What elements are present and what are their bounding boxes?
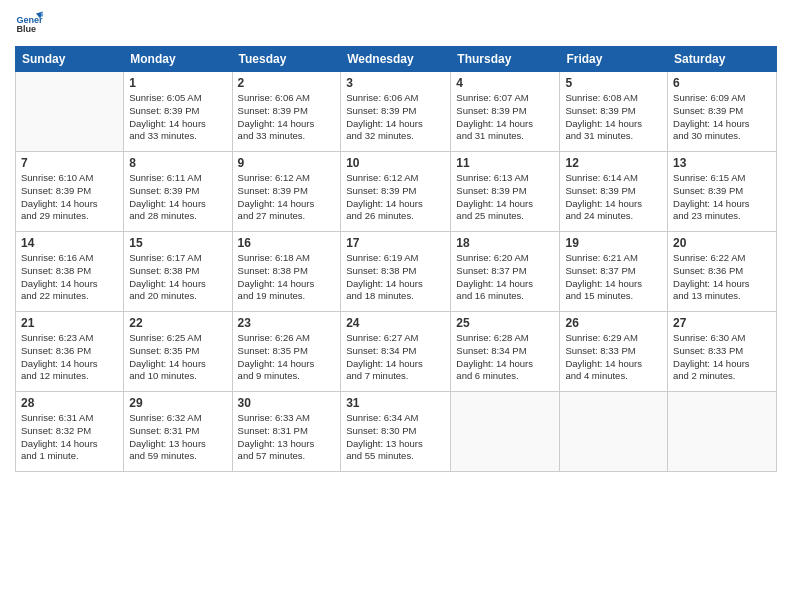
day-info: Sunrise: 6:16 AM Sunset: 8:38 PM Dayligh… xyxy=(21,252,118,303)
day-number: 26 xyxy=(565,316,662,330)
day-info: Sunrise: 6:19 AM Sunset: 8:38 PM Dayligh… xyxy=(346,252,445,303)
table-row: 25Sunrise: 6:28 AM Sunset: 8:34 PM Dayli… xyxy=(451,312,560,392)
table-row: 18Sunrise: 6:20 AM Sunset: 8:37 PM Dayli… xyxy=(451,232,560,312)
day-info: Sunrise: 6:15 AM Sunset: 8:39 PM Dayligh… xyxy=(673,172,771,223)
table-row xyxy=(451,392,560,472)
table-row xyxy=(668,392,777,472)
week-row-1: 1Sunrise: 6:05 AM Sunset: 8:39 PM Daylig… xyxy=(16,72,777,152)
day-number: 23 xyxy=(238,316,336,330)
day-info: Sunrise: 6:27 AM Sunset: 8:34 PM Dayligh… xyxy=(346,332,445,383)
day-number: 28 xyxy=(21,396,118,410)
day-number: 4 xyxy=(456,76,554,90)
calendar: SundayMondayTuesdayWednesdayThursdayFrid… xyxy=(15,46,777,472)
day-info: Sunrise: 6:23 AM Sunset: 8:36 PM Dayligh… xyxy=(21,332,118,383)
day-info: Sunrise: 6:08 AM Sunset: 8:39 PM Dayligh… xyxy=(565,92,662,143)
table-row: 29Sunrise: 6:32 AM Sunset: 8:31 PM Dayli… xyxy=(124,392,232,472)
table-row: 10Sunrise: 6:12 AM Sunset: 8:39 PM Dayli… xyxy=(341,152,451,232)
table-row: 16Sunrise: 6:18 AM Sunset: 8:38 PM Dayli… xyxy=(232,232,341,312)
day-info: Sunrise: 6:07 AM Sunset: 8:39 PM Dayligh… xyxy=(456,92,554,143)
day-number: 15 xyxy=(129,236,226,250)
table-row: 15Sunrise: 6:17 AM Sunset: 8:38 PM Dayli… xyxy=(124,232,232,312)
table-row: 28Sunrise: 6:31 AM Sunset: 8:32 PM Dayli… xyxy=(16,392,124,472)
day-info: Sunrise: 6:29 AM Sunset: 8:33 PM Dayligh… xyxy=(565,332,662,383)
day-number: 27 xyxy=(673,316,771,330)
day-info: Sunrise: 6:28 AM Sunset: 8:34 PM Dayligh… xyxy=(456,332,554,383)
header-wednesday: Wednesday xyxy=(341,47,451,72)
day-info: Sunrise: 6:12 AM Sunset: 8:39 PM Dayligh… xyxy=(346,172,445,223)
day-info: Sunrise: 6:25 AM Sunset: 8:35 PM Dayligh… xyxy=(129,332,226,383)
header-thursday: Thursday xyxy=(451,47,560,72)
svg-text:Blue: Blue xyxy=(16,24,36,34)
day-number: 10 xyxy=(346,156,445,170)
day-number: 22 xyxy=(129,316,226,330)
table-row: 19Sunrise: 6:21 AM Sunset: 8:37 PM Dayli… xyxy=(560,232,668,312)
day-number: 13 xyxy=(673,156,771,170)
table-row: 3Sunrise: 6:06 AM Sunset: 8:39 PM Daylig… xyxy=(341,72,451,152)
day-number: 20 xyxy=(673,236,771,250)
table-row: 30Sunrise: 6:33 AM Sunset: 8:31 PM Dayli… xyxy=(232,392,341,472)
day-info: Sunrise: 6:14 AM Sunset: 8:39 PM Dayligh… xyxy=(565,172,662,223)
day-number: 3 xyxy=(346,76,445,90)
table-row xyxy=(560,392,668,472)
day-info: Sunrise: 6:21 AM Sunset: 8:37 PM Dayligh… xyxy=(565,252,662,303)
day-number: 29 xyxy=(129,396,226,410)
table-row: 20Sunrise: 6:22 AM Sunset: 8:36 PM Dayli… xyxy=(668,232,777,312)
day-info: Sunrise: 6:09 AM Sunset: 8:39 PM Dayligh… xyxy=(673,92,771,143)
table-row: 11Sunrise: 6:13 AM Sunset: 8:39 PM Dayli… xyxy=(451,152,560,232)
header: General Blue xyxy=(15,10,777,38)
table-row: 2Sunrise: 6:06 AM Sunset: 8:39 PM Daylig… xyxy=(232,72,341,152)
logo-icon: General Blue xyxy=(15,10,43,38)
table-row: 8Sunrise: 6:11 AM Sunset: 8:39 PM Daylig… xyxy=(124,152,232,232)
table-row: 24Sunrise: 6:27 AM Sunset: 8:34 PM Dayli… xyxy=(341,312,451,392)
week-row-2: 7Sunrise: 6:10 AM Sunset: 8:39 PM Daylig… xyxy=(16,152,777,232)
week-row-5: 28Sunrise: 6:31 AM Sunset: 8:32 PM Dayli… xyxy=(16,392,777,472)
day-number: 30 xyxy=(238,396,336,410)
day-number: 9 xyxy=(238,156,336,170)
day-number: 12 xyxy=(565,156,662,170)
day-number: 5 xyxy=(565,76,662,90)
day-number: 21 xyxy=(21,316,118,330)
table-row: 21Sunrise: 6:23 AM Sunset: 8:36 PM Dayli… xyxy=(16,312,124,392)
table-row: 5Sunrise: 6:08 AM Sunset: 8:39 PM Daylig… xyxy=(560,72,668,152)
day-info: Sunrise: 6:26 AM Sunset: 8:35 PM Dayligh… xyxy=(238,332,336,383)
day-info: Sunrise: 6:31 AM Sunset: 8:32 PM Dayligh… xyxy=(21,412,118,463)
week-row-3: 14Sunrise: 6:16 AM Sunset: 8:38 PM Dayli… xyxy=(16,232,777,312)
table-row: 12Sunrise: 6:14 AM Sunset: 8:39 PM Dayli… xyxy=(560,152,668,232)
day-number: 19 xyxy=(565,236,662,250)
table-row: 14Sunrise: 6:16 AM Sunset: 8:38 PM Dayli… xyxy=(16,232,124,312)
day-number: 2 xyxy=(238,76,336,90)
table-row: 17Sunrise: 6:19 AM Sunset: 8:38 PM Dayli… xyxy=(341,232,451,312)
day-info: Sunrise: 6:22 AM Sunset: 8:36 PM Dayligh… xyxy=(673,252,771,303)
day-info: Sunrise: 6:18 AM Sunset: 8:38 PM Dayligh… xyxy=(238,252,336,303)
table-row xyxy=(16,72,124,152)
day-number: 1 xyxy=(129,76,226,90)
day-info: Sunrise: 6:20 AM Sunset: 8:37 PM Dayligh… xyxy=(456,252,554,303)
table-row: 4Sunrise: 6:07 AM Sunset: 8:39 PM Daylig… xyxy=(451,72,560,152)
day-info: Sunrise: 6:13 AM Sunset: 8:39 PM Dayligh… xyxy=(456,172,554,223)
day-number: 17 xyxy=(346,236,445,250)
day-info: Sunrise: 6:30 AM Sunset: 8:33 PM Dayligh… xyxy=(673,332,771,383)
table-row: 23Sunrise: 6:26 AM Sunset: 8:35 PM Dayli… xyxy=(232,312,341,392)
day-number: 25 xyxy=(456,316,554,330)
header-saturday: Saturday xyxy=(668,47,777,72)
day-info: Sunrise: 6:32 AM Sunset: 8:31 PM Dayligh… xyxy=(129,412,226,463)
day-info: Sunrise: 6:34 AM Sunset: 8:30 PM Dayligh… xyxy=(346,412,445,463)
header-tuesday: Tuesday xyxy=(232,47,341,72)
table-row: 31Sunrise: 6:34 AM Sunset: 8:30 PM Dayli… xyxy=(341,392,451,472)
day-number: 14 xyxy=(21,236,118,250)
day-info: Sunrise: 6:12 AM Sunset: 8:39 PM Dayligh… xyxy=(238,172,336,223)
day-number: 8 xyxy=(129,156,226,170)
table-row: 27Sunrise: 6:30 AM Sunset: 8:33 PM Dayli… xyxy=(668,312,777,392)
table-row: 13Sunrise: 6:15 AM Sunset: 8:39 PM Dayli… xyxy=(668,152,777,232)
week-row-4: 21Sunrise: 6:23 AM Sunset: 8:36 PM Dayli… xyxy=(16,312,777,392)
header-row: SundayMondayTuesdayWednesdayThursdayFrid… xyxy=(16,47,777,72)
table-row: 6Sunrise: 6:09 AM Sunset: 8:39 PM Daylig… xyxy=(668,72,777,152)
day-info: Sunrise: 6:10 AM Sunset: 8:39 PM Dayligh… xyxy=(21,172,118,223)
day-number: 6 xyxy=(673,76,771,90)
day-info: Sunrise: 6:17 AM Sunset: 8:38 PM Dayligh… xyxy=(129,252,226,303)
day-number: 16 xyxy=(238,236,336,250)
header-sunday: Sunday xyxy=(16,47,124,72)
day-number: 24 xyxy=(346,316,445,330)
header-monday: Monday xyxy=(124,47,232,72)
day-info: Sunrise: 6:06 AM Sunset: 8:39 PM Dayligh… xyxy=(238,92,336,143)
